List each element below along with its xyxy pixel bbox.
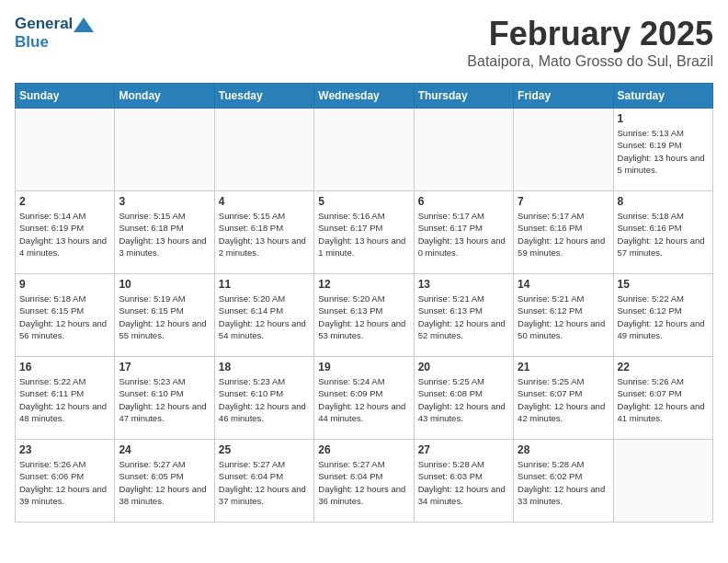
day-info: Sunrise: 5:24 AMSunset: 6:09 PMDaylight:… bbox=[318, 375, 409, 424]
svg-marker-0 bbox=[74, 17, 94, 32]
calendar-cell: 23Sunrise: 5:26 AMSunset: 6:06 PMDayligh… bbox=[16, 440, 115, 523]
weekday-header: Wednesday bbox=[314, 84, 414, 109]
day-number: 13 bbox=[418, 278, 509, 291]
day-number: 8 bbox=[618, 195, 709, 208]
calendar-cell: 3Sunrise: 5:15 AMSunset: 6:18 PMDaylight… bbox=[115, 191, 214, 274]
weekday-header: Monday bbox=[115, 84, 214, 109]
day-info: Sunrise: 5:26 AMSunset: 6:07 PMDaylight:… bbox=[618, 375, 709, 424]
day-number: 18 bbox=[219, 361, 310, 373]
day-info: Sunrise: 5:28 AMSunset: 6:02 PMDaylight:… bbox=[518, 458, 609, 507]
day-number: 16 bbox=[19, 361, 110, 373]
calendar-cell: 20Sunrise: 5:25 AMSunset: 6:08 PMDayligh… bbox=[414, 357, 513, 440]
calendar-cell: 14Sunrise: 5:21 AMSunset: 6:12 PMDayligh… bbox=[514, 274, 613, 357]
day-info: Sunrise: 5:18 AMSunset: 6:15 PMDaylight:… bbox=[19, 293, 110, 341]
day-number: 22 bbox=[618, 361, 709, 373]
calendar-cell: 12Sunrise: 5:20 AMSunset: 6:13 PMDayligh… bbox=[314, 274, 414, 357]
calendar-cell: 5Sunrise: 5:16 AMSunset: 6:17 PMDaylight… bbox=[314, 191, 414, 274]
calendar-week-row: 23Sunrise: 5:26 AMSunset: 6:06 PMDayligh… bbox=[16, 440, 713, 523]
calendar-cell: 13Sunrise: 5:21 AMSunset: 6:13 PMDayligh… bbox=[414, 274, 513, 357]
calendar-cell bbox=[16, 109, 115, 191]
day-number: 4 bbox=[219, 195, 310, 208]
day-number: 11 bbox=[219, 278, 310, 291]
day-info: Sunrise: 5:13 AMSunset: 6:19 PMDaylight:… bbox=[618, 127, 709, 176]
day-info: Sunrise: 5:17 AMSunset: 6:16 PMDaylight:… bbox=[518, 210, 609, 259]
weekday-header: Thursday bbox=[414, 84, 513, 109]
calendar-cell: 17Sunrise: 5:23 AMSunset: 6:10 PMDayligh… bbox=[115, 357, 214, 440]
day-info: Sunrise: 5:17 AMSunset: 6:17 PMDaylight:… bbox=[418, 210, 509, 259]
day-info: Sunrise: 5:27 AMSunset: 6:05 PMDaylight:… bbox=[119, 458, 210, 507]
day-info: Sunrise: 5:14 AMSunset: 6:19 PMDaylight:… bbox=[19, 210, 110, 259]
month-title: February 2025 bbox=[467, 15, 713, 53]
day-info: Sunrise: 5:21 AMSunset: 6:12 PMDaylight:… bbox=[518, 293, 609, 341]
calendar-cell: 16Sunrise: 5:22 AMSunset: 6:11 PMDayligh… bbox=[16, 357, 115, 440]
calendar-cell: 27Sunrise: 5:28 AMSunset: 6:03 PMDayligh… bbox=[414, 440, 513, 523]
calendar-cell: 15Sunrise: 5:22 AMSunset: 6:12 PMDayligh… bbox=[613, 274, 712, 357]
day-info: Sunrise: 5:15 AMSunset: 6:18 PMDaylight:… bbox=[119, 210, 210, 259]
logo: General Blue bbox=[15, 15, 94, 51]
day-number: 1 bbox=[618, 112, 709, 125]
day-info: Sunrise: 5:15 AMSunset: 6:18 PMDaylight:… bbox=[219, 210, 310, 259]
day-number: 27 bbox=[418, 443, 509, 456]
day-info: Sunrise: 5:19 AMSunset: 6:15 PMDaylight:… bbox=[119, 293, 210, 341]
day-number: 20 bbox=[418, 361, 509, 373]
calendar-week-row: 16Sunrise: 5:22 AMSunset: 6:11 PMDayligh… bbox=[16, 357, 713, 440]
day-number: 9 bbox=[19, 278, 110, 291]
day-number: 14 bbox=[518, 278, 609, 291]
day-number: 21 bbox=[518, 361, 609, 373]
calendar-cell bbox=[613, 440, 712, 523]
day-number: 3 bbox=[119, 195, 210, 208]
calendar-cell bbox=[514, 109, 613, 191]
calendar-cell: 1Sunrise: 5:13 AMSunset: 6:19 PMDaylight… bbox=[613, 109, 712, 191]
day-number: 28 bbox=[518, 443, 609, 456]
calendar-week-row: 1Sunrise: 5:13 AMSunset: 6:19 PMDaylight… bbox=[16, 109, 713, 191]
calendar-cell: 6Sunrise: 5:17 AMSunset: 6:17 PMDaylight… bbox=[414, 191, 513, 274]
calendar-week-row: 2Sunrise: 5:14 AMSunset: 6:19 PMDaylight… bbox=[16, 191, 713, 274]
calendar-cell bbox=[414, 109, 513, 191]
day-info: Sunrise: 5:23 AMSunset: 6:10 PMDaylight:… bbox=[119, 375, 210, 424]
calendar-table: SundayMondayTuesdayWednesdayThursdayFrid… bbox=[15, 83, 713, 523]
day-number: 19 bbox=[318, 361, 409, 373]
day-number: 15 bbox=[618, 278, 709, 291]
day-info: Sunrise: 5:25 AMSunset: 6:08 PMDaylight:… bbox=[418, 375, 509, 424]
title-section: February 2025 Bataipora, Mato Grosso do … bbox=[467, 15, 713, 70]
calendar-week-row: 9Sunrise: 5:18 AMSunset: 6:15 PMDaylight… bbox=[16, 274, 713, 357]
day-number: 7 bbox=[518, 195, 609, 208]
day-info: Sunrise: 5:22 AMSunset: 6:12 PMDaylight:… bbox=[618, 293, 709, 341]
calendar-cell bbox=[115, 109, 214, 191]
day-info: Sunrise: 5:20 AMSunset: 6:13 PMDaylight:… bbox=[318, 293, 409, 341]
day-number: 25 bbox=[219, 443, 310, 456]
calendar-cell bbox=[214, 109, 313, 191]
calendar-cell: 10Sunrise: 5:19 AMSunset: 6:15 PMDayligh… bbox=[115, 274, 214, 357]
location: Bataipora, Mato Grosso do Sul, Brazil bbox=[467, 53, 713, 70]
weekday-header: Friday bbox=[514, 84, 613, 109]
calendar-cell: 7Sunrise: 5:17 AMSunset: 6:16 PMDaylight… bbox=[514, 191, 613, 274]
calendar-cell: 19Sunrise: 5:24 AMSunset: 6:09 PMDayligh… bbox=[314, 357, 414, 440]
day-number: 2 bbox=[19, 195, 110, 208]
calendar-cell: 2Sunrise: 5:14 AMSunset: 6:19 PMDaylight… bbox=[16, 191, 115, 274]
weekday-header: Tuesday bbox=[214, 84, 313, 109]
logo-blue: Blue bbox=[15, 33, 94, 52]
day-info: Sunrise: 5:20 AMSunset: 6:14 PMDaylight:… bbox=[219, 293, 310, 341]
calendar-cell: 11Sunrise: 5:20 AMSunset: 6:14 PMDayligh… bbox=[214, 274, 313, 357]
calendar-cell bbox=[314, 109, 414, 191]
calendar-cell: 28Sunrise: 5:28 AMSunset: 6:02 PMDayligh… bbox=[514, 440, 613, 523]
day-info: Sunrise: 5:22 AMSunset: 6:11 PMDaylight:… bbox=[19, 375, 110, 424]
calendar-cell: 25Sunrise: 5:27 AMSunset: 6:04 PMDayligh… bbox=[214, 440, 313, 523]
day-info: Sunrise: 5:28 AMSunset: 6:03 PMDaylight:… bbox=[418, 458, 509, 507]
calendar-cell: 8Sunrise: 5:18 AMSunset: 6:16 PMDaylight… bbox=[613, 191, 712, 274]
weekday-header: Saturday bbox=[613, 84, 712, 109]
calendar-cell: 4Sunrise: 5:15 AMSunset: 6:18 PMDaylight… bbox=[214, 191, 313, 274]
logo-text: General bbox=[15, 15, 94, 33]
day-info: Sunrise: 5:26 AMSunset: 6:06 PMDaylight:… bbox=[19, 458, 110, 507]
day-number: 12 bbox=[318, 278, 409, 291]
weekday-header: Sunday bbox=[16, 84, 115, 109]
day-number: 24 bbox=[119, 443, 210, 456]
calendar-cell: 21Sunrise: 5:25 AMSunset: 6:07 PMDayligh… bbox=[514, 357, 613, 440]
day-number: 5 bbox=[318, 195, 409, 208]
day-info: Sunrise: 5:27 AMSunset: 6:04 PMDaylight:… bbox=[219, 458, 310, 507]
day-number: 6 bbox=[418, 195, 509, 208]
calendar-cell: 26Sunrise: 5:27 AMSunset: 6:04 PMDayligh… bbox=[314, 440, 414, 523]
day-info: Sunrise: 5:16 AMSunset: 6:17 PMDaylight:… bbox=[318, 210, 409, 259]
day-info: Sunrise: 5:27 AMSunset: 6:04 PMDaylight:… bbox=[318, 458, 409, 507]
day-number: 26 bbox=[318, 443, 409, 456]
